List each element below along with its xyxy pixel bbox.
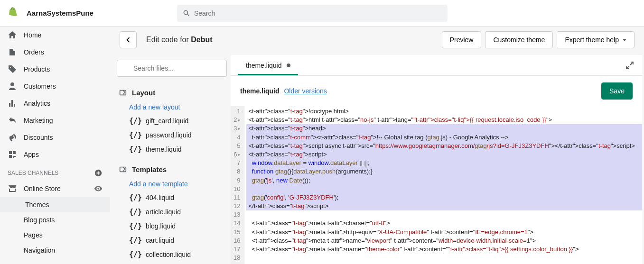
- global-search[interactable]: Search: [177, 5, 448, 22]
- sidebar-item-online-store[interactable]: Online Store: [0, 180, 110, 197]
- sidebar-item-orders[interactable]: Orders: [0, 44, 110, 61]
- main-content: Edit code for Debut Preview Customize th…: [110, 27, 644, 264]
- back-button[interactable]: [120, 31, 137, 48]
- add-new-layout[interactable]: Add a new layout: [117, 100, 227, 114]
- sidebar-item-marketing[interactable]: Marketing: [0, 112, 110, 129]
- file-name: theme.liquid: [240, 87, 279, 95]
- nav-icon: [8, 82, 17, 91]
- file-collection-liquid[interactable]: {/}collection.liquid: [117, 247, 227, 262]
- nav-icon: [8, 64, 17, 74]
- tab-bar: theme.liquid: [231, 55, 642, 76]
- sidebar-item-discounts[interactable]: Discounts: [0, 129, 110, 146]
- file-gift_card-liquid[interactable]: {/}gift_card.liquid: [117, 114, 227, 128]
- nav-icon: [8, 116, 17, 125]
- sidebar-item-customers[interactable]: Customers: [0, 78, 110, 95]
- nav-icon: [8, 30, 17, 40]
- liquid-file-icon: {/}: [129, 222, 142, 230]
- top-bar: AarnaSystemsPune Search: [0, 0, 644, 27]
- store-icon: [8, 184, 17, 193]
- nav-icon: [8, 133, 17, 142]
- expert-help-button[interactable]: Expert theme help: [557, 31, 635, 48]
- preview-button[interactable]: Preview: [442, 31, 482, 48]
- file-search-input[interactable]: [117, 60, 227, 77]
- file-404-liquid[interactable]: {/}404.liquid: [117, 191, 227, 205]
- folder-icon: [119, 88, 127, 97]
- line-gutter: 1234567891011121314151617181920212223242…: [231, 106, 244, 264]
- file-theme-liquid[interactable]: {/}theme.liquid: [117, 142, 227, 156]
- shopify-logo-icon: [8, 7, 19, 20]
- sidebar-sub-themes[interactable]: Themes: [0, 197, 110, 212]
- liquid-file-icon: {/}: [129, 208, 142, 216]
- store-name: AarnaSystemsPune: [27, 9, 93, 17]
- liquid-file-icon: {/}: [129, 193, 142, 202]
- add-new-templates[interactable]: Add a new template: [117, 177, 227, 191]
- file-section-templates[interactable]: Templates: [117, 161, 227, 177]
- folder-icon: [119, 165, 127, 173]
- file-section-layout[interactable]: Layout: [117, 84, 227, 100]
- sidebar-sub-pages[interactable]: Pages: [0, 228, 110, 243]
- code-editor: theme.liquid theme.liquid Older versions…: [231, 55, 642, 264]
- arrow-left-icon: [124, 36, 132, 44]
- sidebar-item-home[interactable]: Home: [0, 27, 110, 44]
- liquid-file-icon: {/}: [129, 236, 142, 245]
- search-placeholder: Search: [194, 9, 215, 17]
- sales-channels-header: SALES CHANNELS: [0, 163, 110, 180]
- add-channel-icon[interactable]: [94, 169, 103, 177]
- file-browser: LayoutAdd a new layout{/}gift_card.liqui…: [110, 53, 231, 264]
- sidebar-item-apps[interactable]: Apps: [0, 146, 110, 163]
- sidebar-sub-blog-posts[interactable]: Blog posts: [0, 212, 110, 228]
- sidebar-item-analytics[interactable]: Analytics: [0, 95, 110, 112]
- sidebar-item-products[interactable]: Products: [0, 61, 110, 78]
- tab-theme-liquid[interactable]: theme.liquid: [238, 57, 298, 75]
- file-cart-liquid[interactable]: {/}cart.liquid: [117, 233, 227, 247]
- file-password-liquid[interactable]: {/}password.liquid: [117, 128, 227, 142]
- search-icon: [183, 9, 190, 17]
- older-versions-link[interactable]: Older versions: [284, 87, 327, 95]
- expand-icon[interactable]: [625, 61, 635, 70]
- liquid-file-icon: {/}: [129, 131, 142, 139]
- file-blog-liquid[interactable]: {/}blog.liquid: [117, 219, 227, 233]
- customize-theme-button[interactable]: Customize theme: [485, 31, 553, 48]
- code-area[interactable]: 1234567891011121314151617181920212223242…: [231, 106, 642, 264]
- sidebar-sub-navigation[interactable]: Navigation: [0, 243, 110, 258]
- code-content[interactable]: <t-attr">class="t-tag">!doctype html><t-…: [244, 106, 642, 264]
- liquid-file-icon: {/}: [129, 250, 142, 259]
- unsaved-indicator-icon: [287, 64, 290, 67]
- file-header: theme.liquid Older versions Save: [231, 76, 642, 106]
- admin-sidebar: HomeOrdersProductsCustomersAnalyticsMark…: [0, 27, 110, 264]
- nav-icon: [8, 150, 17, 159]
- page-header: Edit code for Debut Preview Customize th…: [110, 27, 644, 53]
- view-store-icon[interactable]: [94, 184, 103, 193]
- save-button[interactable]: Save: [601, 82, 633, 100]
- liquid-file-icon: {/}: [129, 145, 142, 154]
- nav-icon: [8, 47, 17, 57]
- chevron-down-icon: [623, 39, 626, 41]
- file-article-liquid[interactable]: {/}article.liquid: [117, 205, 227, 219]
- page-title: Edit code for Debut: [146, 36, 213, 44]
- nav-icon: [8, 99, 17, 108]
- liquid-file-icon: {/}: [129, 117, 142, 125]
